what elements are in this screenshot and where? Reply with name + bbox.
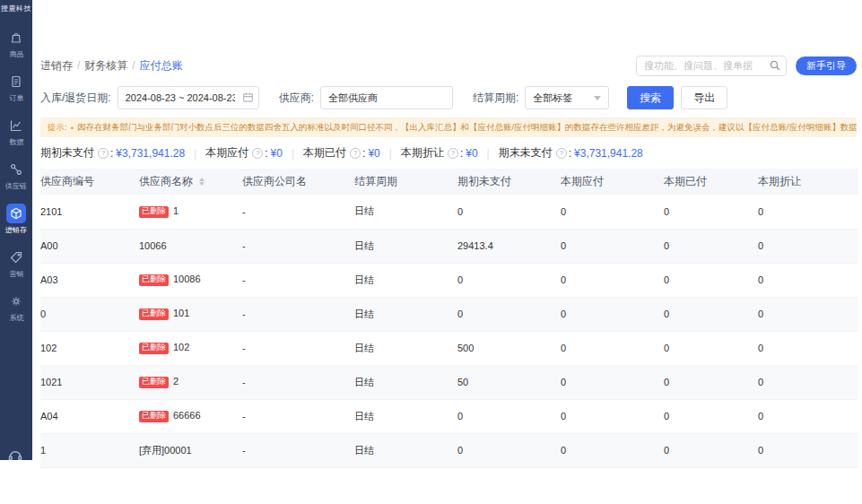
export-button[interactable]: 导出	[681, 86, 727, 109]
summary-label: 期末未支付	[499, 145, 553, 161]
cell-supplier-name: 已删除101	[139, 297, 242, 331]
notice-label: 提示:	[48, 122, 67, 134]
support-icon[interactable]	[6, 447, 24, 460]
summary-divider: |	[194, 147, 196, 160]
summary-value: ¥0	[271, 147, 283, 160]
summary-divider: |	[487, 147, 490, 160]
help-icon[interactable]	[350, 148, 361, 159]
table-row[interactable]: 1021 已删除2 - 日结 50 0 0 0	[40, 365, 858, 399]
cell-opening: 0	[457, 399, 561, 433]
filter-bar: 入库/退货日期: 供应商: 结算周期: 全部标签	[40, 86, 857, 109]
topbar-actions: 新手引导	[636, 56, 857, 76]
date-range-input[interactable]	[118, 86, 259, 109]
breadcrumb-item[interactable]: 财务核算	[84, 58, 127, 74]
table-row[interactable]: 102 已删除102 - 日结 500 0 0 0	[40, 331, 858, 365]
cell-cycle: 日结	[354, 399, 457, 433]
search-icon[interactable]	[769, 59, 781, 75]
summary-opening-unpaid: 期初未支付 : ¥3,731,941.28	[40, 145, 185, 161]
sidebar-item-supply-chain[interactable]: 供应链	[4, 160, 28, 192]
cell-company: -	[242, 365, 354, 399]
beginner-guide-button[interactable]: 新手引导	[796, 56, 857, 75]
summary-colon: :	[265, 147, 267, 160]
cell-supplier-name: 已删除66666	[139, 399, 242, 433]
cell-cycle: 日结	[354, 263, 457, 297]
sidebar-item-label: 系统	[9, 313, 23, 323]
breadcrumb-item[interactable]: 进销存	[40, 58, 73, 74]
breadcrumb-separator: /	[77, 59, 80, 72]
cell-supplier-code: 102	[40, 331, 139, 365]
summary-divider: |	[389, 147, 392, 160]
summary-label: 本期已付	[303, 145, 346, 161]
document-icon	[6, 72, 26, 91]
payable-ledger-table: 供应商编号 供应商名称 供应商公司名 结算周期 期初未支付 本期应付 本期已付 …	[40, 169, 858, 468]
table-row[interactable]: A03 已删除10086 - 日结 0 0 0 0	[40, 263, 858, 297]
summary-colon: :	[569, 147, 571, 160]
notice-bullet: •	[71, 123, 74, 133]
header-company-name: 供应商公司名	[242, 169, 354, 195]
date-filter-label: 入库/退货日期:	[40, 91, 111, 106]
supplier-filter-label: 供应商:	[279, 91, 314, 106]
table-row[interactable]: A04 已删除66666 - 日结 0 0 0 0	[40, 399, 858, 433]
cell-paid: 0	[664, 229, 758, 263]
help-icon[interactable]	[98, 148, 109, 159]
table-row[interactable]: 1 [弃用]00001 - 日结 0 0 0 0	[40, 433, 858, 467]
table-row[interactable]: 2101 已删除1 - 日结 0 0 0 0	[40, 195, 858, 229]
header-period-discount: 本期折让	[758, 169, 858, 195]
cell-cycle: 日结	[354, 433, 457, 467]
cell-supplier-code: 1	[40, 433, 139, 467]
global-search-input[interactable]	[636, 56, 787, 76]
calendar-icon	[242, 91, 254, 106]
sidebar-item-products[interactable]: 商品	[6, 28, 26, 60]
cell-payable: 0	[561, 433, 664, 467]
deleted-badge: 已删除	[139, 411, 169, 422]
summary-value: ¥0	[368, 147, 379, 160]
supplier-name-text: 2	[173, 376, 178, 387]
header-supplier-code: 供应商编号	[40, 169, 139, 195]
header-period-paid: 本期已付	[664, 169, 758, 195]
help-icon[interactable]	[252, 148, 263, 159]
global-search	[636, 56, 787, 76]
supplier-name-text: 102	[173, 342, 189, 352]
cell-discount: 0	[758, 229, 858, 263]
deleted-badge: 已删除	[139, 308, 169, 320]
topbar: 进销存 / 财务核算 / 应付总账 新手引导	[40, 54, 857, 77]
cell-opening: 500	[457, 331, 561, 365]
supplier-input[interactable]	[320, 86, 453, 109]
cell-opening: 0	[457, 433, 561, 467]
help-icon[interactable]	[556, 148, 567, 159]
header-supplier-name: 供应商名称	[139, 169, 242, 195]
cell-supplier-code: 0	[40, 297, 139, 331]
cell-paid: 0	[664, 297, 758, 331]
cell-opening: 29413.4	[457, 229, 561, 263]
help-icon[interactable]	[448, 148, 458, 159]
cell-company: -	[242, 195, 354, 229]
cell-discount: 0	[758, 263, 858, 297]
search-button[interactable]: 搜索	[627, 86, 674, 109]
deleted-badge: 已删除	[139, 343, 169, 354]
sidebar-item-orders[interactable]: 订单	[6, 72, 26, 104]
cell-company: -	[242, 263, 354, 297]
sidebar-item-inventory[interactable]: 进销存	[4, 204, 28, 236]
cell-paid: 0	[664, 433, 758, 467]
cell-discount: 0	[758, 331, 858, 365]
brand-logo: 授鹿科技	[1, 4, 31, 13]
cell-paid: 0	[664, 399, 758, 433]
cycle-select-value: 全部标签	[533, 91, 572, 105]
table-row[interactable]: 0 已删除101 - 日结 0 0 0 0	[40, 297, 858, 331]
header-settle-cycle: 结算周期	[354, 169, 457, 195]
cell-supplier-name: 已删除10086	[139, 263, 242, 297]
summary-colon: :	[460, 147, 463, 160]
breadcrumb-current: 应付总账	[140, 58, 183, 74]
cell-payable: 0	[561, 229, 664, 263]
sidebar-item-data[interactable]: 数据	[6, 116, 26, 148]
sidebar-item-marketing[interactable]: 营销	[6, 248, 26, 280]
sort-icon[interactable]	[199, 178, 205, 186]
cycle-select[interactable]: 全部标签	[525, 86, 609, 109]
supplier-name-text: [弃用]00001	[139, 445, 192, 456]
summary-period-paid: 本期已付 : ¥0	[303, 145, 380, 161]
sidebar: 授鹿科技 商品 订单 数据 供应链	[0, 0, 32, 460]
cell-supplier-code: A04	[40, 399, 139, 433]
app-window: 授鹿科技 商品 订单 数据 供应链	[0, 0, 862, 460]
sidebar-item-system[interactable]: 系统	[6, 291, 26, 324]
table-row[interactable]: A00 10066 - 日结 29413.4 0 0 0	[40, 229, 858, 263]
